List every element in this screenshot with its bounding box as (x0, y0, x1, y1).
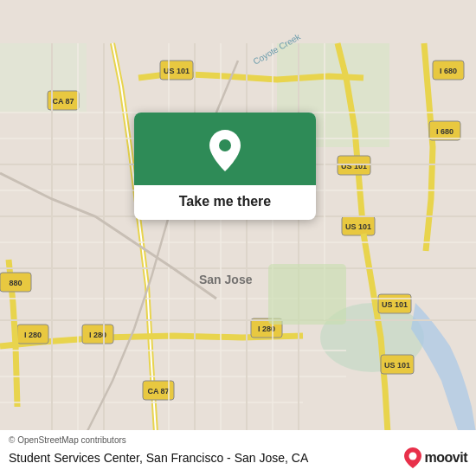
map-background: CA 87 CA 87 US 101 US 101 US 101 I 680 I… (0, 0, 476, 476)
map-container: CA 87 CA 87 US 101 US 101 US 101 I 680 I… (0, 0, 476, 476)
svg-rect-54 (268, 264, 346, 325)
svg-point-56 (408, 453, 416, 460)
moovit-pin-icon (403, 447, 422, 469)
svg-text:US 101: US 101 (341, 162, 367, 170)
bottom-bar: © OpenStreetMap contributors Student Ser… (0, 430, 476, 476)
svg-text:US 101: US 101 (384, 361, 410, 370)
svg-text:I 680: I 680 (440, 67, 457, 75)
card-green-header (134, 113, 316, 185)
map-attribution: © OpenStreetMap contributors (9, 435, 467, 445)
location-label: Student Services Center, San Francisco -… (9, 451, 308, 465)
svg-text:CA 87: CA 87 (147, 387, 169, 396)
take-me-there-label[interactable]: Take me there (165, 185, 285, 220)
svg-text:I 280: I 280 (24, 331, 42, 339)
moovit-logo: moovit (403, 447, 467, 469)
take-me-there-card[interactable]: Take me there (134, 113, 316, 220)
svg-text:US 101: US 101 (345, 222, 371, 231)
svg-text:San Jose: San Jose (199, 273, 253, 286)
moovit-brand-text: moovit (425, 450, 467, 466)
svg-text:880: 880 (9, 279, 22, 287)
svg-text:I 680: I 680 (436, 127, 453, 136)
svg-text:CA 87: CA 87 (52, 97, 74, 106)
svg-text:US 101: US 101 (382, 300, 408, 309)
svg-text:US 101: US 101 (164, 67, 190, 75)
bottom-row: Student Services Center, San Francisco -… (9, 447, 467, 469)
svg-point-55 (219, 139, 231, 151)
location-pin-icon (206, 128, 244, 173)
